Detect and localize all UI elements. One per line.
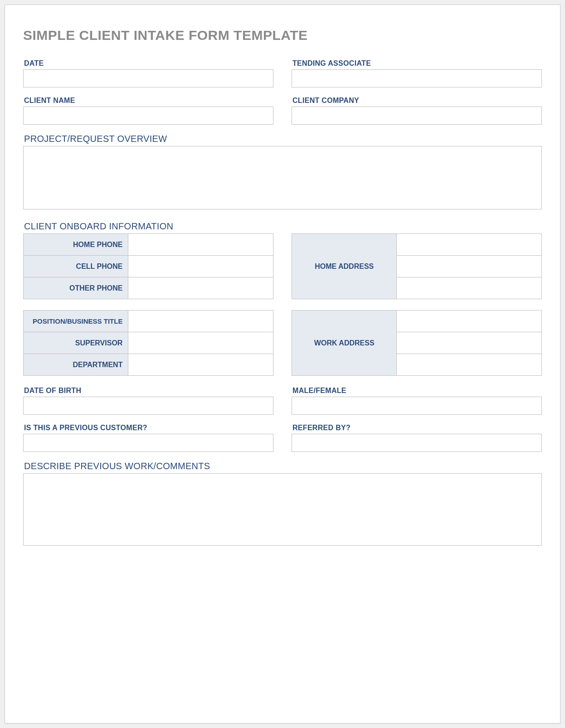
associate-label: TENDING ASSOCIATE bbox=[292, 59, 542, 68]
client-company-input[interactable] bbox=[292, 107, 542, 125]
overview-textarea[interactable] bbox=[23, 146, 542, 209]
gender-input[interactable] bbox=[292, 397, 542, 415]
phone-table: HOME PHONE CELL PHONE OTHER PHONE bbox=[23, 233, 273, 299]
row-dob-gender: DATE OF BIRTH MALE/FEMALE bbox=[23, 387, 542, 415]
row-date-associate: DATE TENDING ASSOCIATE bbox=[23, 59, 542, 87]
department-input[interactable] bbox=[128, 354, 273, 375]
work-address-table: WORK ADDRESS bbox=[292, 310, 542, 376]
prev-customer-label: IS THIS A PREVIOUS CUSTOMER? bbox=[23, 424, 273, 432]
comments-textarea[interactable] bbox=[23, 473, 542, 546]
onboard-label: CLIENT ONBOARD INFORMATION bbox=[24, 221, 542, 232]
overview-label: PROJECT/REQUEST OVERVIEW bbox=[24, 134, 542, 144]
home-address-input-3[interactable] bbox=[397, 277, 541, 299]
position-label: POSITION/BUSINESS TITLE bbox=[24, 311, 128, 332]
comments-label: DESCRIBE PREVIOUS WORK/COMMENTS bbox=[24, 461, 542, 471]
other-phone-input[interactable] bbox=[128, 277, 273, 299]
referred-label: REFERRED BY? bbox=[292, 424, 542, 432]
work-address-input-2[interactable] bbox=[397, 332, 541, 354]
associate-input[interactable] bbox=[292, 69, 542, 87]
client-name-input[interactable] bbox=[23, 107, 273, 125]
home-phone-label: HOME PHONE bbox=[24, 234, 128, 256]
client-company-label: CLIENT COMPANY bbox=[292, 97, 542, 105]
dob-input[interactable] bbox=[23, 397, 273, 415]
prev-customer-input[interactable] bbox=[23, 434, 273, 452]
form-page: SIMPLE CLIENT INTAKE FORM TEMPLATE DATE … bbox=[5, 5, 560, 723]
work-address-label: WORK ADDRESS bbox=[292, 311, 397, 376]
onboard-block-work: POSITION/BUSINESS TITLE SUPERVISOR DEPAR… bbox=[23, 310, 542, 376]
row-clientname-company: CLIENT NAME CLIENT COMPANY bbox=[23, 97, 542, 125]
home-phone-input[interactable] bbox=[128, 234, 273, 255]
position-input[interactable] bbox=[128, 311, 273, 332]
work-address-input-3[interactable] bbox=[397, 354, 541, 375]
cell-phone-label: CELL PHONE bbox=[24, 256, 128, 277]
form-title: SIMPLE CLIENT INTAKE FORM TEMPLATE bbox=[23, 28, 542, 43]
dob-label: DATE OF BIRTH bbox=[23, 387, 273, 395]
row-prev-referred: IS THIS A PREVIOUS CUSTOMER? REFERRED BY… bbox=[23, 424, 542, 452]
cell-phone-input[interactable] bbox=[128, 256, 273, 277]
date-input[interactable] bbox=[23, 69, 273, 87]
gender-label: MALE/FEMALE bbox=[292, 387, 542, 395]
onboard-block-phones: HOME PHONE CELL PHONE OTHER PHONE HOME A… bbox=[23, 233, 542, 299]
other-phone-label: OTHER PHONE bbox=[24, 277, 128, 299]
home-address-table: HOME ADDRESS bbox=[292, 233, 542, 299]
supervisor-label: SUPERVISOR bbox=[24, 332, 128, 354]
home-address-label: HOME ADDRESS bbox=[292, 234, 397, 299]
work-address-input-1[interactable] bbox=[397, 311, 541, 332]
supervisor-input[interactable] bbox=[128, 332, 273, 354]
home-address-input-1[interactable] bbox=[397, 234, 541, 255]
department-label: DEPARTMENT bbox=[24, 354, 128, 376]
work-table: POSITION/BUSINESS TITLE SUPERVISOR DEPAR… bbox=[23, 310, 273, 376]
date-label: DATE bbox=[23, 59, 273, 68]
home-address-input-2[interactable] bbox=[397, 256, 541, 277]
client-name-label: CLIENT NAME bbox=[23, 97, 273, 105]
referred-input[interactable] bbox=[292, 434, 542, 452]
